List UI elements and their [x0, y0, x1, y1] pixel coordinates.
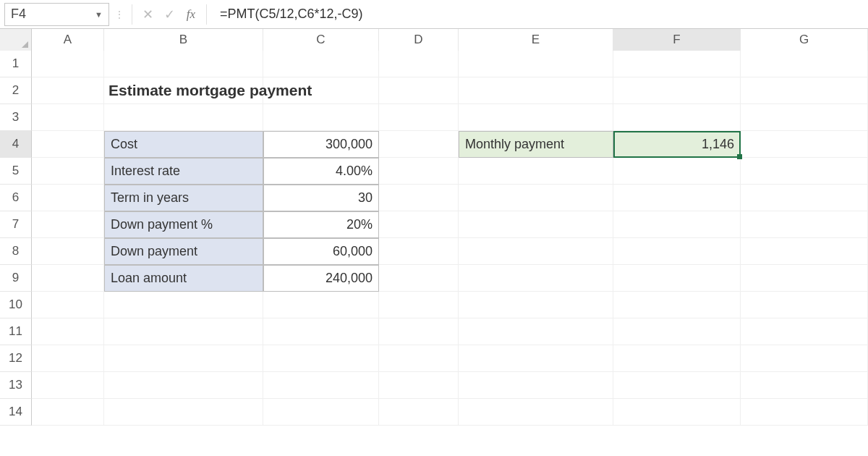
confirm-formula-button[interactable]: ✓ [158, 4, 180, 25]
row-header-1[interactable]: 1 [0, 51, 32, 77]
cell[interactable] [741, 77, 868, 104]
cell-label[interactable]: Term in years [104, 185, 263, 211]
cell[interactable] [741, 211, 868, 238]
cell[interactable] [32, 77, 104, 104]
fx-button[interactable]: fx [180, 4, 202, 25]
cell[interactable] [613, 185, 741, 211]
cell[interactable] [263, 345, 379, 372]
cell[interactable] [459, 345, 613, 372]
cell-value[interactable]: 60,000 [263, 238, 379, 265]
row-header-5[interactable]: 5 [0, 158, 32, 185]
cell-label[interactable]: Down payment % [104, 211, 263, 238]
cell[interactable] [741, 345, 868, 372]
cell[interactable] [741, 185, 868, 211]
cell[interactable] [263, 399, 379, 426]
cell[interactable] [32, 51, 104, 77]
cell[interactable] [613, 211, 741, 238]
cell[interactable] [741, 265, 868, 292]
cell[interactable] [32, 399, 104, 426]
cell[interactable] [459, 372, 613, 399]
cell[interactable] [459, 51, 613, 77]
cell[interactable] [32, 238, 104, 265]
cell[interactable] [379, 185, 459, 211]
cell[interactable] [613, 77, 741, 104]
col-header-d[interactable]: D [379, 29, 459, 51]
col-header-c[interactable]: C [263, 29, 379, 51]
cell[interactable] [379, 318, 459, 345]
cell[interactable] [104, 318, 263, 345]
row-header-3[interactable]: 3 [0, 104, 32, 131]
cell[interactable] [104, 372, 263, 399]
cell[interactable] [459, 399, 613, 426]
cell[interactable] [613, 158, 741, 185]
col-header-g[interactable]: G [741, 29, 868, 51]
cell[interactable] [263, 372, 379, 399]
cell[interactable] [459, 292, 613, 318]
cell[interactable] [32, 158, 104, 185]
cell[interactable] [379, 131, 459, 158]
cell[interactable] [32, 292, 104, 318]
cell[interactable] [459, 238, 613, 265]
cell[interactable] [613, 399, 741, 426]
cell[interactable] [379, 292, 459, 318]
row-header-7[interactable]: 7 [0, 211, 32, 238]
cell[interactable] [263, 318, 379, 345]
cell[interactable] [263, 292, 379, 318]
row-header-12[interactable]: 12 [0, 345, 32, 372]
cell[interactable] [459, 158, 613, 185]
cell[interactable] [459, 104, 613, 131]
cell[interactable] [104, 399, 263, 426]
cell-result-value[interactable]: 1,146 [613, 131, 741, 158]
cell[interactable] [459, 211, 613, 238]
cell[interactable] [613, 51, 741, 77]
row-header-10[interactable]: 10 [0, 292, 32, 318]
cell[interactable] [741, 238, 868, 265]
name-box[interactable]: F4 ▼ [4, 3, 109, 26]
col-header-e[interactable]: E [459, 29, 613, 51]
cancel-formula-button[interactable]: ✕ [137, 4, 158, 25]
cell[interactable] [379, 211, 459, 238]
cell[interactable] [741, 158, 868, 185]
cell[interactable] [741, 372, 868, 399]
cell[interactable] [613, 318, 741, 345]
cell[interactable] [263, 104, 379, 131]
cell[interactable] [613, 238, 741, 265]
cell[interactable] [379, 238, 459, 265]
cell[interactable] [379, 51, 459, 77]
cell[interactable] [379, 372, 459, 399]
cell[interactable] [613, 372, 741, 399]
cell[interactable] [379, 77, 459, 104]
col-header-b[interactable]: B [104, 29, 263, 51]
cell[interactable] [32, 265, 104, 292]
cell[interactable] [741, 51, 868, 77]
cell[interactable] [32, 104, 104, 131]
cell[interactable] [32, 131, 104, 158]
cell[interactable] [263, 51, 379, 77]
cell[interactable] [741, 104, 868, 131]
cell[interactable] [613, 265, 741, 292]
cell[interactable] [379, 158, 459, 185]
cell-label[interactable]: Cost [104, 131, 263, 158]
cell[interactable] [32, 185, 104, 211]
cell[interactable] [32, 211, 104, 238]
cell[interactable] [379, 104, 459, 131]
cell[interactable] [104, 345, 263, 372]
cell[interactable] [459, 318, 613, 345]
cell[interactable] [32, 372, 104, 399]
row-header-2[interactable]: 2 [0, 77, 32, 104]
col-header-a[interactable]: A [32, 29, 104, 51]
cell[interactable] [613, 345, 741, 372]
cell-label[interactable]: Interest rate [104, 158, 263, 185]
cell[interactable] [379, 265, 459, 292]
row-header-11[interactable]: 11 [0, 318, 32, 345]
cell-value[interactable]: 240,000 [263, 265, 379, 292]
cell[interactable] [459, 265, 613, 292]
col-header-f[interactable]: F [613, 29, 741, 51]
row-header-6[interactable]: 6 [0, 185, 32, 211]
cell-result-label[interactable]: Monthly payment [459, 131, 613, 158]
cell[interactable] [613, 104, 741, 131]
cell[interactable] [459, 77, 613, 104]
cell-value[interactable]: 30 [263, 185, 379, 211]
formula-input[interactable]: =PMT(C5/12,C6*12,-C9) [211, 3, 868, 26]
name-box-dropdown-icon[interactable]: ▼ [95, 10, 103, 19]
